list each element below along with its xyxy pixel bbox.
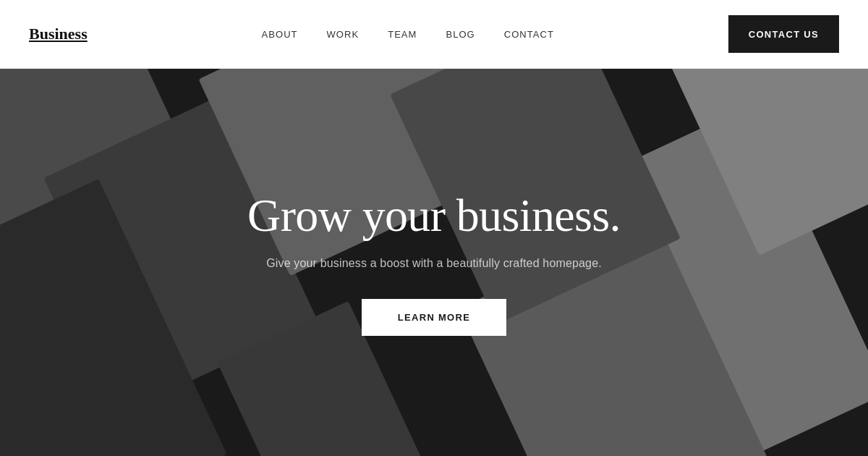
contact-us-button[interactable]: CONTACT US (728, 15, 839, 53)
site-logo[interactable]: Business (29, 25, 88, 43)
hero-section: Grow your business. Give your business a… (0, 69, 868, 456)
site-header: Business ABOUT WORK TEAM BLOG CONTACT CO… (0, 0, 868, 69)
learn-more-button[interactable]: LEARN MORE (362, 299, 506, 336)
main-nav: ABOUT WORK TEAM BLOG CONTACT (262, 29, 554, 40)
hero-content: Grow your business. Give your business a… (247, 189, 621, 336)
hero-subtitle: Give your business a boost with a beauti… (247, 257, 621, 270)
nav-work[interactable]: WORK (327, 29, 359, 40)
hero-title: Grow your business. (247, 189, 621, 242)
nav-team[interactable]: TEAM (388, 29, 417, 40)
nav-blog[interactable]: BLOG (446, 29, 475, 40)
nav-contact[interactable]: CONTACT (504, 29, 554, 40)
nav-about[interactable]: ABOUT (262, 29, 298, 40)
